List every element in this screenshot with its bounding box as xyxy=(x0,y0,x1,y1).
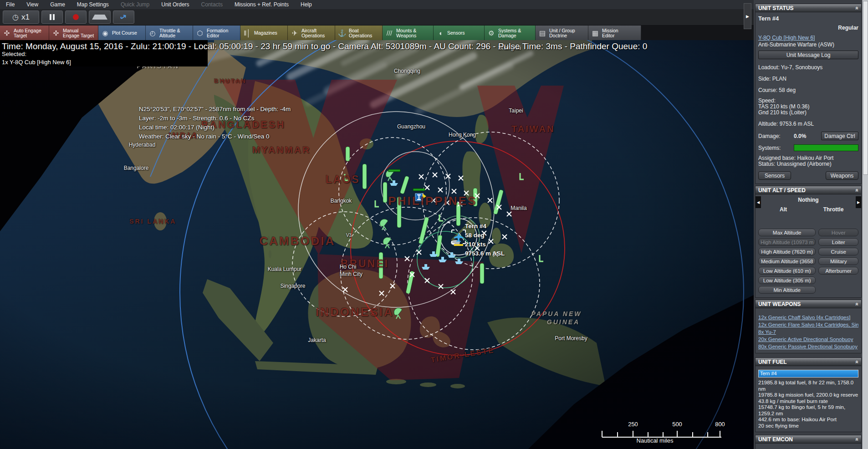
menu-item[interactable]: File xyxy=(0,1,20,8)
throttle-preset-button[interactable]: Afterburner xyxy=(818,267,858,275)
collapse-chevron-icon[interactable]: » xyxy=(854,360,860,363)
country-label: LAOS xyxy=(326,173,360,186)
time-compression-value: x1 xyxy=(21,13,30,22)
toolbar-button[interactable]: ▤ Unit / GroupDoctrine xyxy=(536,26,588,41)
menu-bar: FileViewGameMap SettingsQuick JumpUnit O… xyxy=(0,0,754,9)
altitude-preset-button[interactable]: Max Altitude xyxy=(758,229,816,236)
magazines-icon: ‖│ xyxy=(243,31,252,36)
unit-alt-speed-header[interactable]: UNIT ALT / SPEED » xyxy=(756,186,861,194)
toolbar-button[interactable]: ◉ Plot Course xyxy=(98,26,146,41)
damage-control-button[interactable]: Damage Ctrl xyxy=(821,132,858,140)
aircraft-icon: ✈ xyxy=(290,31,299,36)
toolbar-button[interactable]: ⚓ BoatOperations xyxy=(335,26,383,41)
fuel-selected-unit[interactable]: Tern #4 xyxy=(758,370,858,378)
unit-loadout: Loadout: Yu-7, Sonobuoys xyxy=(758,64,858,71)
systems-label: Systems: xyxy=(758,145,794,151)
unit-fuel-panel: UNIT FUEL » Tern #4 21985.8 kg total fue… xyxy=(755,357,862,432)
menu-item[interactable]: Contacts xyxy=(195,1,229,8)
weapon-link[interactable]: 12x Generic Chaff Salvo [4x Cartridges] xyxy=(758,314,858,321)
menu-item[interactable]: Map Settings xyxy=(71,1,115,8)
toolbar-button[interactable]: ◖ Sensors xyxy=(434,26,485,41)
toolbar-button[interactable]: ✣ Auto EngageTarget xyxy=(0,26,49,41)
unit-message-log-button[interactable]: Unit Message Log xyxy=(758,51,858,59)
tactical-map[interactable]: PAKISTANBHUTANBANGLADESHINDIAMYANMARLAOS… xyxy=(0,40,754,449)
fuel-detail-line: 442.6 nm to base: Haikou Air Port xyxy=(758,417,858,423)
altitude-preset-button[interactable]: Min Altitude xyxy=(758,286,816,294)
menu-item[interactable]: Quick Jump xyxy=(115,1,155,8)
country-label: BHUTAN xyxy=(214,77,247,84)
throttle-mode-value: Nothing xyxy=(758,197,858,203)
sidebar-collapse-button[interactable]: ▶ xyxy=(744,3,751,29)
selected-unit-datablock: Tern #4 58 deg 210 kts 9753.6 m ASL xyxy=(465,222,505,258)
scrollbar-thumb[interactable] xyxy=(863,1,868,175)
city-label: Minh City xyxy=(340,271,363,277)
menu-item[interactable]: Game xyxy=(44,1,71,8)
toolbar-button[interactable]: ▦ MissionEditor xyxy=(588,26,641,41)
collapse-chevron-icon[interactable]: » xyxy=(854,6,860,10)
menu-item[interactable]: View xyxy=(20,1,44,8)
sidebar-scrollbar[interactable] xyxy=(862,0,868,449)
goto-location-button[interactable]: ↪ xyxy=(113,10,134,24)
fuel-detail-line: 20 sec flying time xyxy=(758,423,858,429)
throttle-preset-button[interactable]: Cruise xyxy=(818,248,858,255)
menu-item[interactable]: Missions + Ref. Points xyxy=(229,1,295,8)
toolbar-button[interactable]: ⬡ FormationEditor xyxy=(193,26,240,41)
map-jump-button[interactable] xyxy=(89,10,111,24)
toolbar-button[interactable]: ✣ ManualEngage Target xyxy=(49,26,98,41)
toolbar-button[interactable]: ‖│ Magazines xyxy=(240,26,288,41)
unit-status-header[interactable]: UNIT STATUS » xyxy=(756,4,861,12)
sensor-dish-icon: ◖ xyxy=(436,31,445,36)
altitude-preset-button[interactable]: Low Altitude (305 m) xyxy=(758,276,816,284)
unit-class-link[interactable]: Y-8Q Cub [High New 6] xyxy=(758,35,858,41)
fuel-detail-line: 21985.8 kg total fuel, 8 hr 22 min, 1758… xyxy=(758,380,858,392)
city-label: Bangalore xyxy=(124,165,149,171)
record-button[interactable] xyxy=(65,10,87,24)
scale-tick-label: 250 xyxy=(628,421,638,428)
toolbar-button[interactable]: ◴ Throttle &Altitude xyxy=(146,26,193,41)
time-readout: Time: Monday, August 15, 2016 - Zulu: 21… xyxy=(2,41,647,51)
throttle-preset-button[interactable]: Loiter xyxy=(818,238,858,246)
collapse-chevron-icon[interactable]: » xyxy=(854,438,860,441)
fuel-detail-line: 43.8 kg / minute fuel burn rate xyxy=(758,398,858,405)
altitude-preset-button[interactable]: Low Altitude (610 m) xyxy=(758,267,816,275)
scale-ruler xyxy=(600,428,726,438)
systems-health-bar xyxy=(794,144,858,151)
record-icon xyxy=(73,14,79,20)
chevron-left-icon: ◀ xyxy=(757,200,760,204)
altitude-preset-button[interactable]: High Altitude (10973 m xyxy=(758,238,816,246)
mode-prev-button[interactable]: ◀ xyxy=(756,196,761,208)
boat-icon: ⚓ xyxy=(337,31,347,36)
weapon-link[interactable]: 20x Generic Active Directional Sonobuoy xyxy=(758,336,858,343)
unit-name: Tern #4 xyxy=(758,15,858,22)
pause-button[interactable] xyxy=(41,10,63,24)
sensors-button[interactable]: Sensors xyxy=(758,171,791,180)
menu-item[interactable]: Help xyxy=(295,1,318,8)
altitude-preset-button[interactable]: Medium Altitude (3658 xyxy=(758,257,816,265)
collapse-chevron-icon[interactable]: » xyxy=(854,302,860,306)
unit-weapons-header[interactable]: UNIT WEAPONS » xyxy=(756,300,861,308)
country-label: CAMBODIA xyxy=(260,234,336,248)
weapon-link[interactable]: 8x Yu-7 xyxy=(758,328,858,336)
collapse-chevron-icon[interactable]: » xyxy=(854,189,860,192)
toolbar-button[interactable]: /// Mounts &Weapons xyxy=(383,26,434,41)
altitude-preset-button[interactable]: High Altitude (7620 m) xyxy=(758,248,816,255)
unit-course: Course: 58 deg xyxy=(758,87,858,93)
unit-emcon-header[interactable]: UNIT EMCON » xyxy=(756,435,861,444)
toolbar-button[interactable]: ✈ AircraftOperations xyxy=(288,26,335,41)
country-label: PAPUA NEW xyxy=(531,310,582,317)
menu-item[interactable]: Unit Orders xyxy=(155,1,195,8)
throttle-preset-button[interactable]: Military xyxy=(818,257,858,265)
toolbar-button[interactable]: ⚙ Systems &Damage xyxy=(485,26,536,41)
damage-value: 0.0% xyxy=(794,133,821,139)
weapon-link[interactable]: 12x Generic Flare Salvo [4x Cartridges, … xyxy=(758,321,858,328)
unit-fuel-header[interactable]: UNIT FUEL » xyxy=(756,358,861,366)
gear-icon: ⚙ xyxy=(487,31,496,36)
weapon-link[interactable]: 80x Generic Passive Directional Sonobuoy xyxy=(758,343,858,350)
time-compression-button[interactable]: ◷ x1 xyxy=(3,10,39,24)
city-label: Guangzhou xyxy=(397,123,425,130)
weapons-button[interactable]: Weapons xyxy=(826,171,858,180)
throttle-preset-button[interactable]: Hover xyxy=(818,229,858,236)
country-label: PHILIPPINES xyxy=(388,194,477,208)
mode-next-button[interactable]: ▶ xyxy=(856,196,861,208)
scale-tick-label: 500 xyxy=(672,421,682,428)
